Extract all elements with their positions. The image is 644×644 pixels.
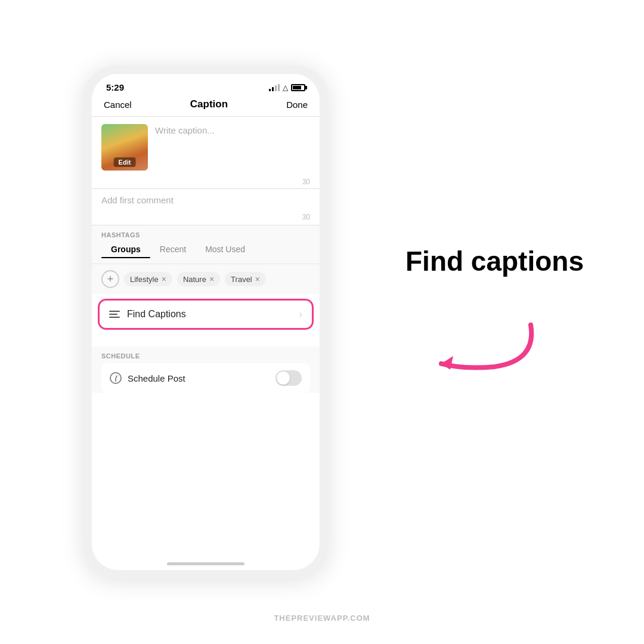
chip-nature[interactable]: Nature ×: [177, 272, 220, 286]
chip-nature-remove[interactable]: ×: [209, 274, 214, 284]
toggle-knob: [277, 371, 290, 385]
schedule-left: Schedule Post: [110, 372, 185, 384]
comment-area[interactable]: Add first comment: [92, 189, 320, 212]
schedule-row: Schedule Post: [101, 363, 310, 393]
tab-groups[interactable]: Groups: [101, 242, 150, 258]
arrow-icon: [417, 313, 537, 385]
chip-lifestyle[interactable]: Lifestyle ×: [124, 272, 172, 286]
schedule-toggle[interactable]: [275, 370, 302, 386]
comment-char-count: 30: [92, 212, 320, 225]
arrow-container: [405, 313, 608, 385]
tab-most-used[interactable]: Most Used: [196, 242, 255, 258]
chip-lifestyle-label: Lifestyle: [130, 275, 159, 284]
status-icons: △: [269, 83, 305, 92]
edit-badge[interactable]: Edit: [114, 157, 136, 167]
clock-icon: [110, 372, 122, 384]
status-time: 5:29: [106, 82, 124, 92]
hidden-row: [98, 335, 314, 343]
right-side: Find captions: [405, 246, 608, 385]
hashtag-chips-row: + Lifestyle × Nature × Travel ×: [92, 264, 320, 294]
comment-input[interactable]: Add first comment: [101, 195, 174, 205]
schedule-label: SCHEDULE: [101, 346, 310, 363]
lines-icon: [109, 311, 120, 318]
chip-travel-remove[interactable]: ×: [255, 274, 260, 284]
chip-travel-label: Travel: [231, 275, 252, 284]
wifi-icon: △: [283, 83, 288, 92]
home-bar: [167, 562, 244, 565]
signal-icon: [269, 84, 280, 91]
phone-inner: 5:29 △ Cancel Caption Done: [92, 74, 320, 570]
find-captions-label: Find Captions: [127, 309, 186, 320]
status-bar: 5:29 △: [92, 74, 320, 96]
page-wrapper: 5:29 △ Cancel Caption Done: [0, 0, 644, 644]
hashtags-section: HASHTAGS Groups Recent Most Used + Lifes…: [92, 225, 320, 294]
find-captions-heading: Find captions: [405, 246, 608, 277]
caption-char-count: 30: [92, 178, 320, 188]
battery-icon: [291, 84, 305, 91]
phone-shell: 5:29 △ Cancel Caption Done: [83, 66, 328, 578]
hashtags-label: HASHTAGS: [92, 225, 320, 242]
caption-area: Edit Write caption...: [92, 117, 320, 178]
chip-nature-label: Nature: [183, 275, 206, 284]
chip-travel[interactable]: Travel ×: [225, 272, 266, 286]
add-chip-button[interactable]: +: [101, 270, 119, 288]
post-thumbnail[interactable]: Edit: [101, 124, 148, 171]
hashtag-tabs: Groups Recent Most Used: [92, 242, 320, 264]
tab-recent[interactable]: Recent: [150, 242, 196, 258]
home-indicator: [92, 393, 320, 570]
nav-bar: Cancel Caption Done: [92, 96, 320, 116]
schedule-post-label: Schedule Post: [128, 373, 185, 383]
done-button[interactable]: Done: [286, 100, 308, 110]
chevron-right-icon: ›: [299, 309, 302, 320]
bottom-label: THEPREVIEWAPP.COM: [274, 614, 370, 623]
cancel-button[interactable]: Cancel: [104, 100, 132, 110]
find-captions-row[interactable]: Find Captions ›: [98, 299, 314, 330]
plus-icon: +: [107, 274, 114, 284]
nav-title: Caption: [190, 98, 228, 110]
schedule-section: SCHEDULE Schedule Post: [92, 346, 320, 393]
find-captions-left: Find Captions: [109, 309, 186, 320]
caption-input[interactable]: Write caption...: [155, 124, 310, 171]
chip-lifestyle-remove[interactable]: ×: [162, 274, 166, 284]
